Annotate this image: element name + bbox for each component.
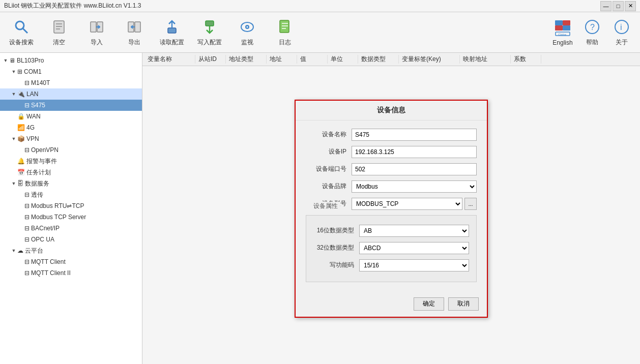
write-config-label: 写入配置 [197,38,222,47]
tree-item-opc_ua[interactable]: ⊟OPC UA [0,234,142,245]
tree-item-alarm[interactable]: 🔔报警与事件 [0,156,142,167]
tree-item-transparent[interactable]: ⊟透传 [0,189,142,200]
tree-icon-task: 📅 [17,169,25,176]
read-config-button[interactable]: 读取配置 [156,15,188,50]
read-config-icon [163,18,181,36]
maximize-button[interactable]: □ [613,1,624,11]
clear-button[interactable]: 清空 [43,15,75,50]
tree-item-s475[interactable]: ⊟S475 [0,100,142,111]
close-button[interactable]: ✕ [625,1,636,11]
toolbar-right: Globe English ? 帮助 i 关于 [549,15,635,50]
tree-item-dataservice[interactable]: ▼🗄数据服务 [0,178,142,189]
data16-select[interactable]: ABBA [359,225,469,237]
search-icon [12,18,31,36]
tree-item-bl103pro[interactable]: ▼🖥BL103Pro [0,55,142,66]
tree-item-mqtt_client[interactable]: ⊟MQTT Client [0,256,142,267]
tree-label-cloud: 云平台 [25,247,43,255]
log-label: 日志 [279,38,291,47]
tree-toggle-cloud: ▼ [10,248,17,253]
tree-icon-mqtt_client: ⊟ [24,258,30,265]
tree-toggle-com1: ▼ [10,69,17,74]
tree-item-mqtt_client2[interactable]: ⊟MQTT Client II [0,267,142,279]
tree-label-task: 任务计划 [26,168,51,177]
write-func-select[interactable]: 15/165/6 [359,259,469,271]
tree-icon-vpn: 📦 [17,135,25,142]
tree-label-lan: LAN [26,90,38,98]
data32-select[interactable]: ABCDDCBABADCCDAB [359,242,469,254]
search-button[interactable]: 设备搜索 [5,15,38,50]
tree-icon-s475: ⊟ [24,102,30,109]
device-model-select[interactable]: MODBUS_TCPMODBUS_RTU [352,198,462,210]
log-button[interactable]: 日志 [269,15,301,50]
dots-button[interactable]: ... [464,198,477,210]
tree-label-mqtt_client: MQTT Client [31,258,66,265]
svg-rect-10 [135,22,140,32]
svg-rect-2 [54,21,64,33]
svg-rect-12 [168,28,176,33]
tree-label-bl103pro: BL103Pro [17,57,44,64]
device-port-input[interactable] [352,163,477,175]
tree-label-opc_ua: OPC UA [31,236,54,243]
write-config-button[interactable]: 写入配置 [193,15,226,50]
search-label: 设备搜索 [9,38,34,47]
about-button[interactable]: i 关于 [608,15,635,50]
import-label: 导入 [91,38,103,47]
dialog-body: 设备名称 设备IP 设备端口号 设备品牌 [296,120,487,293]
tree-item-modbus_rtu[interactable]: ⊟Modbus RTU⇌TCP [0,200,142,211]
tree-icon-modbus_rtu: ⊟ [24,202,30,209]
monitor-icon [238,18,256,36]
english-icon: Globe [554,19,572,37]
svg-rect-26 [563,25,570,31]
confirm-button[interactable]: 确定 [414,297,444,311]
clear-label: 清空 [53,38,65,47]
tree-item-lan[interactable]: ▼🔌LAN [0,88,142,100]
svg-rect-23 [555,20,563,25]
tree-toggle-bl103pro: ▼ [2,58,9,63]
monitor-label: 监视 [241,38,253,47]
english-button[interactable]: Globe English [549,15,576,50]
tree-label-dataservice: 数据服务 [25,179,49,188]
import-icon [88,18,106,36]
tree-item-openvpn[interactable]: ⊟OpenVPN [0,144,142,156]
main-area: ▼🖥BL103Pro▼⊞COM1⊟M140T▼🔌LAN⊟S475🔒WAN📶4G▼… [0,53,640,364]
tree-label-com1: COM1 [24,68,42,75]
svg-text:i: i [620,23,622,32]
sidebar[interactable]: ▼🖥BL103Pro▼⊞COM1⊟M140T▼🔌LAN⊟S475🔒WAN📶4G▼… [0,53,142,364]
tree-label-wan: WAN [26,113,41,120]
device-ip-input[interactable] [352,146,477,158]
device-brand-select[interactable]: ModbusSiemensMitsubishiOmron [352,180,477,193]
write-func-label: 写功能码 [313,261,354,269]
content-area: 变量名称从站ID地址类型地址值单位数据类型变量标签(Key)映射地址系数 设备信… [142,53,640,364]
attributes-section: 设备属性 16位数据类型 ABBA 32位数据类型 ABCDDCBABADCCD… [306,215,477,282]
tree-label-4g: 4G [26,124,35,131]
dialog-footer: 确定 取消 [296,293,487,317]
tree-item-task[interactable]: 📅任务计划 [0,167,142,178]
tree-item-cloud[interactable]: ▼☁云平台 [0,245,142,256]
write-config-icon [200,18,219,36]
import-button[interactable]: 导入 [80,15,113,50]
tree-icon-m140t: ⊟ [24,79,30,86]
tree-item-bacnet[interactable]: ⊟BACnet/IP [0,223,142,234]
monitor-button[interactable]: 监视 [231,15,264,50]
tree-item-4g[interactable]: 📶4G [0,122,142,133]
cancel-button[interactable]: 取消 [448,297,479,311]
device-brand-label: 设备品牌 [306,182,346,191]
help-label: 帮助 [586,38,598,47]
data16-row: 16位数据类型 ABBA [313,225,469,237]
tree-icon-lan: 🔌 [17,90,25,98]
toolbar: 设备搜索 清空 导入 [0,12,640,53]
tree-item-com1[interactable]: ▼⊞COM1 [0,66,142,77]
help-button[interactable]: ? 帮助 [579,15,605,50]
device-name-input[interactable] [352,129,477,141]
tree-icon-transparent: ⊟ [24,191,30,198]
export-button[interactable]: 导出 [118,15,151,50]
tree-icon-cloud: ☁ [17,247,23,254]
minimize-button[interactable]: — [600,1,612,11]
tree-icon-modbus_tcp: ⊟ [24,214,30,221]
tree-item-modbus_tcp[interactable]: ⊟Modbus TCP Server [0,211,142,223]
svg-line-1 [23,28,27,33]
tree-item-wan[interactable]: 🔒WAN [0,111,142,122]
tree-item-m140t[interactable]: ⊟M140T [0,77,142,88]
tree-label-m140t: M140T [31,79,50,86]
tree-item-vpn[interactable]: ▼📦VPN [0,133,142,144]
